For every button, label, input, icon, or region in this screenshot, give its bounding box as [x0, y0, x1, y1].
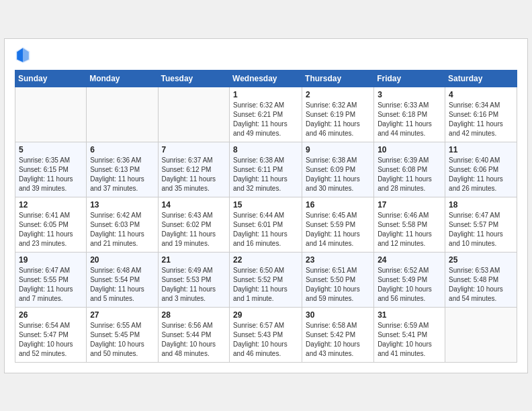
weekday-saturday: Saturday	[445, 70, 517, 87]
day-cell: 4Sunrise: 6:34 AMSunset: 6:16 PMDaylight…	[445, 87, 517, 142]
day-number: 21	[162, 255, 226, 265]
day-info: Sunrise: 6:34 AMSunset: 6:16 PMDaylight:…	[449, 101, 513, 138]
day-cell	[87, 87, 158, 142]
day-number: 27	[90, 310, 154, 320]
day-number: 19	[19, 255, 83, 265]
day-number: 5	[19, 145, 83, 154]
day-cell: 28Sunrise: 6:56 AMSunset: 5:44 PMDayligh…	[158, 307, 230, 362]
day-cell: 27Sunrise: 6:55 AMSunset: 5:45 PMDayligh…	[87, 307, 158, 362]
day-number: 8	[233, 145, 298, 154]
day-cell: 3Sunrise: 6:33 AMSunset: 6:18 PMDaylight…	[374, 87, 445, 142]
day-number: 11	[449, 145, 513, 154]
day-info: Sunrise: 6:38 AMSunset: 6:09 PMDaylight:…	[306, 156, 370, 193]
header	[15, 46, 517, 64]
day-info: Sunrise: 6:48 AMSunset: 5:54 PMDaylight:…	[90, 266, 154, 304]
day-cell: 31Sunrise: 6:59 AMSunset: 5:41 PMDayligh…	[374, 307, 445, 362]
day-info: Sunrise: 6:55 AMSunset: 5:45 PMDaylight:…	[90, 321, 154, 359]
day-info: Sunrise: 6:45 AMSunset: 5:59 PMDaylight:…	[306, 211, 370, 248]
day-info: Sunrise: 6:51 AMSunset: 5:50 PMDaylight:…	[306, 266, 370, 304]
day-info: Sunrise: 6:49 AMSunset: 5:53 PMDaylight:…	[162, 266, 226, 304]
day-number: 1	[233, 90, 298, 99]
day-info: Sunrise: 6:47 AMSunset: 5:57 PMDaylight:…	[449, 211, 513, 248]
day-number: 7	[162, 145, 226, 154]
day-cell: 19Sunrise: 6:47 AMSunset: 5:55 PMDayligh…	[15, 252, 87, 307]
day-info: Sunrise: 6:50 AMSunset: 5:52 PMDaylight:…	[233, 266, 298, 304]
weekday-header-row: SundayMondayTuesdayWednesdayThursdayFrid…	[15, 70, 517, 87]
day-cell: 1Sunrise: 6:32 AMSunset: 6:21 PMDaylight…	[230, 87, 302, 142]
logo	[15, 46, 34, 64]
day-cell: 26Sunrise: 6:54 AMSunset: 5:47 PMDayligh…	[15, 307, 87, 362]
day-cell: 25Sunrise: 6:53 AMSunset: 5:48 PMDayligh…	[445, 252, 517, 307]
day-cell	[15, 87, 87, 142]
weekday-wednesday: Wednesday	[230, 70, 302, 87]
day-info: Sunrise: 6:32 AMSunset: 6:21 PMDaylight:…	[233, 101, 298, 138]
day-info: Sunrise: 6:40 AMSunset: 6:06 PMDaylight:…	[449, 156, 513, 193]
day-cell: 21Sunrise: 6:49 AMSunset: 5:53 PMDayligh…	[158, 252, 230, 307]
day-info: Sunrise: 6:57 AMSunset: 5:43 PMDaylight:…	[233, 321, 298, 359]
weekday-monday: Monday	[87, 70, 158, 87]
day-cell: 5Sunrise: 6:35 AMSunset: 6:15 PMDaylight…	[15, 142, 87, 197]
day-number: 10	[378, 145, 441, 154]
day-number: 13	[90, 200, 154, 210]
day-cell: 13Sunrise: 6:42 AMSunset: 6:03 PMDayligh…	[87, 197, 158, 252]
calendar-container: SundayMondayTuesdayWednesdayThursdayFrid…	[4, 38, 528, 373]
weekday-tuesday: Tuesday	[158, 70, 230, 87]
day-cell: 9Sunrise: 6:38 AMSunset: 6:09 PMDaylight…	[302, 142, 374, 197]
day-cell	[445, 307, 517, 362]
day-info: Sunrise: 6:33 AMSunset: 6:18 PMDaylight:…	[378, 101, 441, 138]
day-info: Sunrise: 6:41 AMSunset: 6:05 PMDaylight:…	[19, 211, 83, 248]
day-info: Sunrise: 6:54 AMSunset: 5:47 PMDaylight:…	[19, 321, 83, 359]
day-cell: 24Sunrise: 6:52 AMSunset: 5:49 PMDayligh…	[374, 252, 445, 307]
week-row-4: 26Sunrise: 6:54 AMSunset: 5:47 PMDayligh…	[15, 307, 517, 362]
day-cell: 23Sunrise: 6:51 AMSunset: 5:50 PMDayligh…	[302, 252, 374, 307]
day-info: Sunrise: 6:46 AMSunset: 5:58 PMDaylight:…	[378, 211, 441, 248]
day-number: 12	[19, 200, 83, 210]
day-cell: 29Sunrise: 6:57 AMSunset: 5:43 PMDayligh…	[230, 307, 302, 362]
day-info: Sunrise: 6:47 AMSunset: 5:55 PMDaylight:…	[19, 266, 83, 304]
day-number: 23	[306, 255, 370, 265]
day-number: 22	[233, 255, 298, 265]
day-info: Sunrise: 6:37 AMSunset: 6:12 PMDaylight:…	[162, 156, 226, 193]
day-info: Sunrise: 6:59 AMSunset: 5:41 PMDaylight:…	[378, 321, 441, 359]
day-cell: 10Sunrise: 6:39 AMSunset: 6:08 PMDayligh…	[374, 142, 445, 197]
week-row-3: 19Sunrise: 6:47 AMSunset: 5:55 PMDayligh…	[15, 252, 517, 307]
day-cell: 18Sunrise: 6:47 AMSunset: 5:57 PMDayligh…	[445, 197, 517, 252]
day-number: 25	[449, 255, 513, 265]
day-cell: 7Sunrise: 6:37 AMSunset: 6:12 PMDaylight…	[158, 142, 230, 197]
day-number: 30	[306, 310, 370, 320]
day-cell: 14Sunrise: 6:43 AMSunset: 6:02 PMDayligh…	[158, 197, 230, 252]
day-info: Sunrise: 6:36 AMSunset: 6:13 PMDaylight:…	[90, 156, 154, 193]
day-info: Sunrise: 6:39 AMSunset: 6:08 PMDaylight:…	[378, 156, 441, 193]
day-info: Sunrise: 6:58 AMSunset: 5:42 PMDaylight:…	[306, 321, 370, 359]
week-row-0: 1Sunrise: 6:32 AMSunset: 6:21 PMDaylight…	[15, 87, 517, 142]
day-number: 9	[306, 145, 370, 154]
day-number: 16	[306, 200, 370, 210]
day-cell: 30Sunrise: 6:58 AMSunset: 5:42 PMDayligh…	[302, 307, 374, 362]
day-cell: 11Sunrise: 6:40 AMSunset: 6:06 PMDayligh…	[445, 142, 517, 197]
day-info: Sunrise: 6:35 AMSunset: 6:15 PMDaylight:…	[19, 156, 83, 193]
day-number: 26	[19, 310, 83, 320]
weekday-friday: Friday	[374, 70, 445, 87]
day-info: Sunrise: 6:44 AMSunset: 6:01 PMDaylight:…	[233, 211, 298, 248]
day-number: 20	[90, 255, 154, 265]
day-info: Sunrise: 6:38 AMSunset: 6:11 PMDaylight:…	[233, 156, 298, 193]
day-number: 6	[90, 145, 154, 154]
day-number: 4	[449, 90, 513, 99]
day-number: 14	[162, 200, 226, 210]
day-number: 28	[162, 310, 226, 320]
day-cell: 6Sunrise: 6:36 AMSunset: 6:13 PMDaylight…	[87, 142, 158, 197]
day-cell	[158, 87, 230, 142]
week-row-2: 12Sunrise: 6:41 AMSunset: 6:05 PMDayligh…	[15, 197, 517, 252]
day-cell: 2Sunrise: 6:32 AMSunset: 6:19 PMDaylight…	[302, 87, 374, 142]
day-cell: 12Sunrise: 6:41 AMSunset: 6:05 PMDayligh…	[15, 197, 87, 252]
day-number: 29	[233, 310, 298, 320]
day-info: Sunrise: 6:52 AMSunset: 5:49 PMDaylight:…	[378, 266, 441, 304]
calendar-table: SundayMondayTuesdayWednesdayThursdayFrid…	[15, 70, 517, 363]
weekday-thursday: Thursday	[302, 70, 374, 87]
logo-icon	[15, 46, 31, 64]
day-cell: 15Sunrise: 6:44 AMSunset: 6:01 PMDayligh…	[230, 197, 302, 252]
day-cell: 17Sunrise: 6:46 AMSunset: 5:58 PMDayligh…	[374, 197, 445, 252]
day-info: Sunrise: 6:43 AMSunset: 6:02 PMDaylight:…	[162, 211, 226, 248]
day-number: 3	[378, 90, 441, 99]
day-cell: 8Sunrise: 6:38 AMSunset: 6:11 PMDaylight…	[230, 142, 302, 197]
